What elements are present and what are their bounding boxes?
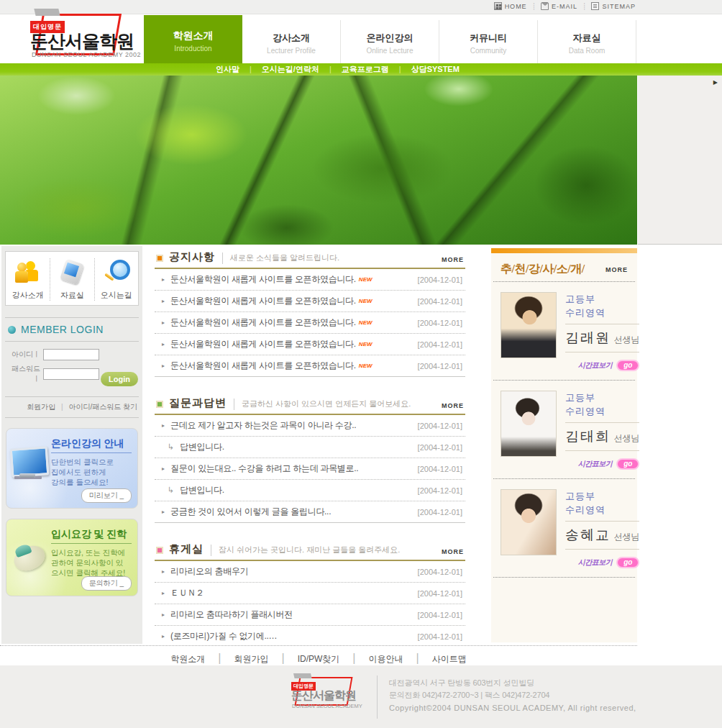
people-icon	[13, 258, 43, 287]
lecturer-photo[interactable]	[501, 489, 557, 555]
arrow-bullet-icon	[162, 319, 165, 326]
qna-title: 질문과답변	[169, 396, 227, 410]
lecturer-name: 송혜교	[565, 527, 611, 542]
footer-link-sitemap[interactable]: 사이트맵	[432, 654, 467, 664]
tab-introduction[interactable]: 학원소개 Introduction	[144, 15, 242, 63]
arrow-bullet-icon	[162, 509, 165, 515]
reply-arrow-icon	[168, 486, 174, 495]
notice-bullet-icon	[156, 255, 163, 262]
member-login-title: MEMBER LOGIN	[21, 324, 104, 335]
new-badge: NEW	[359, 298, 373, 304]
notice-more-button[interactable]: MORE	[442, 256, 464, 263]
admission-banner[interactable]: 입시요강 및 진학 입시요강, 또는 진학에 관하여 문의사항이 있 으시면 클…	[6, 519, 138, 596]
reply-arrow-icon	[168, 442, 174, 452]
tab-online-lecture[interactable]: 온라인강의 Online Lecture	[341, 20, 439, 63]
lecturer-card: 고등부 수리영역 김태희 선생님 시간표보기 go	[493, 381, 635, 479]
notice-row[interactable]: 둔산서울학원이 새롭게 사이트를 오픈하였습니다.NEW[2004-12-01]	[155, 269, 465, 291]
device-icon	[57, 258, 87, 287]
quick-menu: 강사소개 자료실 오시는길	[5, 251, 139, 306]
lounge-row[interactable]: 리마리오의 춤배우기[2004-12-01]	[155, 561, 465, 583]
arrow-bullet-icon	[162, 422, 165, 429]
lounge-more-button[interactable]: MORE	[442, 548, 464, 555]
footer-link-guide[interactable]: 이용안내	[368, 654, 403, 664]
lecturer-name: 김태희	[565, 429, 611, 444]
notice-row[interactable]: 둔산서울학원이 새롭게 사이트를 오픈하였습니다.NEW[2004-12-01]	[155, 312, 465, 334]
lounge-bullet-icon	[156, 547, 163, 554]
password-input[interactable]	[43, 368, 99, 380]
timetable-link[interactable]: 시간표보기	[578, 360, 613, 370]
subnav-greeting[interactable]: 인사말	[216, 64, 262, 75]
lounge-row[interactable]: (로즈마리)가질 수 없기에..…[2004-12-01]	[155, 626, 465, 647]
arrow-bullet-icon	[162, 298, 165, 304]
notice-row[interactable]: 둔산서울학원이 새롭게 사이트를 오픈하였습니다.NEW[2004-12-01]	[155, 355, 465, 377]
lecturers-more-button[interactable]: MORE	[606, 266, 628, 273]
hero-arrow-icon[interactable]: ▶	[713, 79, 718, 86]
lounge-title: 휴게실	[169, 542, 204, 556]
qna-row[interactable]: 질문이 있는대요.. 수강을 하려고 하는데 과목별로..[2004-12-01…	[155, 458, 465, 480]
notice-title: 공지사항	[169, 250, 215, 264]
footer-link-join[interactable]: 회원가입	[234, 654, 269, 664]
online-lecture-banner[interactable]: 온라인강의 안내 단한번의 클릭으로 집에서도 편하게 강의를 들으세요! 미리…	[6, 428, 138, 509]
lecturer-photo[interactable]	[501, 391, 557, 457]
tab-community[interactable]: 커뮤니티 Community	[439, 20, 538, 63]
recommended-lecturers-panel: 추/천/강/사/소/개/ MORE 고등부 수리영역 김래원 선생님 시간표보기…	[491, 248, 637, 642]
qna-desc: 궁금하신 사항이 있으시면 언제든지 물어보세요.	[234, 399, 411, 410]
lecturer-photo[interactable]	[501, 292, 557, 358]
login-form: 아이디ㅣ 패스워드ㅣ Login	[1, 342, 142, 393]
inquiry-button[interactable]: 문의하기 _	[81, 576, 132, 591]
go-button[interactable]: go	[616, 458, 639, 470]
id-input[interactable]	[43, 349, 99, 360]
tab-data-room[interactable]: 자료실 Data Room	[538, 20, 636, 63]
notice-board: 공지사항 새로운 소식들을 알려드립니다. MORE 둔산서울학원이 새롭게 사…	[155, 250, 465, 377]
login-links: 회원가입 | 아이디/패스워드 찾기	[5, 396, 139, 418]
arrow-bullet-icon	[162, 363, 165, 369]
preview-button[interactable]: 미리보기 _	[81, 488, 132, 503]
subnav-program[interactable]: 교육프로그램	[342, 64, 411, 75]
timetable-link[interactable]: 시간표보기	[578, 459, 613, 469]
qna-reply-row[interactable]: 답변입니다.[2004-12-01]	[155, 437, 465, 458]
hero-side-panel	[638, 76, 722, 245]
footer-link-intro[interactable]: 학원소개	[170, 654, 205, 664]
lounge-row[interactable]: ＥＵＮ２[2004-12-01]	[155, 583, 465, 604]
tab-lecturer-profile[interactable]: 강사소개 Lecturer Profile	[242, 20, 341, 63]
footer-copyright: Copyright©2004 DUNSAN SEOUL ACADEMY, All…	[389, 704, 636, 712]
footer-logo[interactable]: 대입명문 둔산서울학원 DUNSAN SEOUL ACADEMY	[277, 675, 367, 719]
go-button[interactable]: go	[616, 557, 639, 568]
arrow-bullet-icon	[162, 465, 165, 472]
qna-more-button[interactable]: MORE	[442, 402, 464, 409]
qna-reply-row[interactable]: 답변입니다.[2004-12-01]	[155, 480, 465, 501]
find-idpw-link[interactable]: 아이디/패스워드 찾기	[68, 403, 137, 411]
notice-row[interactable]: 둔산서울학원이 새롭게 사이트를 오픈하였습니다.NEW[2004-12-01]	[155, 334, 465, 355]
login-button[interactable]: Login	[101, 372, 138, 386]
timetable-link[interactable]: 시간표보기	[578, 558, 613, 568]
lounge-desc: 잠시 쉬어가는 곳입니다. 재미난 글들을 올려주세요.	[211, 545, 400, 556]
subnav-counsel[interactable]: 상담SYSTEM	[411, 64, 460, 75]
new-badge: NEW	[359, 276, 373, 283]
notice-row[interactable]: 둔산서울학원이 새롭게 사이트를 오픈하였습니다.NEW[2004-12-01]	[155, 291, 465, 312]
footer-link-findidpw[interactable]: ID/PW찾기	[298, 654, 340, 664]
lounge-row[interactable]: 리마리오 춤따라하기 플래시버전[2004-12-01]	[155, 604, 465, 626]
password-label: 패스워드ㅣ	[6, 364, 43, 384]
quickmenu-directions[interactable]: 오시는길	[94, 258, 138, 301]
arrow-bullet-icon	[162, 341, 165, 347]
mail-icon	[541, 2, 549, 10]
sitemap-link[interactable]: SITEMAP	[591, 2, 636, 10]
lecturer-card: 고등부 수리영역 송혜교 선생님 시간표보기 go	[493, 479, 635, 578]
qna-row[interactable]: 궁금한 것이 있어서 이렇게 글을 올립니다...[2004-12-01]	[155, 501, 465, 523]
home-link[interactable]: HOME	[494, 2, 527, 10]
left-sidebar: 강사소개 자료실 오시는길 MEMBER LOGIN 아이디ㅣ 패스워드ㅣ	[1, 246, 142, 644]
logo[interactable]: 대입명문 둔산서울학원 DUNSAN SEOUL ACADEMY 2002	[10, 9, 140, 67]
quickmenu-dataroom[interactable]: 자료실	[50, 258, 93, 301]
utility-separator: ┊	[532, 3, 536, 10]
arrow-bullet-icon	[162, 568, 165, 575]
quickmenu-lecturers[interactable]: 강사소개	[6, 258, 50, 301]
qna-row[interactable]: 근데요 제가 알고자 하는것은 과목이 아니라 수강..[2004-12-01]	[155, 415, 465, 437]
go-button[interactable]: go	[616, 360, 639, 371]
link-separator: |	[61, 403, 63, 411]
arrow-bullet-icon	[162, 276, 165, 283]
join-link[interactable]: 회원가입	[27, 403, 55, 411]
email-link[interactable]: E-MAIL	[541, 2, 577, 10]
footer-phone: 문의전화 042)472-2700~3 | 팩스 042)472-2704	[389, 689, 636, 701]
subnav-directions[interactable]: 오시는길/연락처	[262, 64, 342, 75]
qna-board: 질문과답변 궁금하신 사항이 있으시면 언제든지 물어보세요. MORE 근데요…	[155, 396, 465, 523]
